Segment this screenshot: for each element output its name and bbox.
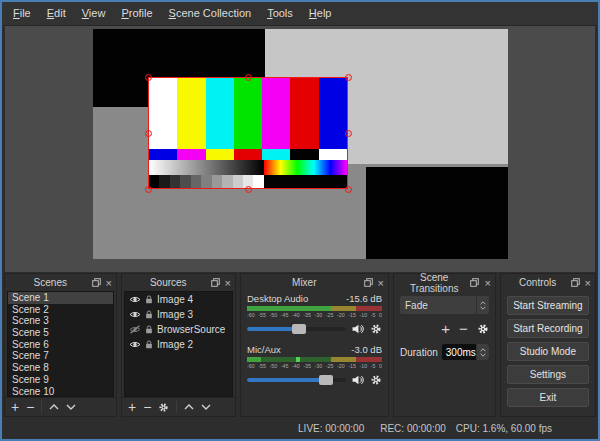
transition-selected-value: Fade	[405, 300, 476, 311]
close-panel-icon[interactable]: ×	[585, 278, 591, 288]
move-source-up-button[interactable]	[184, 404, 194, 410]
selection-handle[interactable]	[145, 130, 152, 137]
selection-handle[interactable]	[345, 130, 352, 137]
scale-tick-label: -40	[292, 312, 300, 317]
scene-transitions-panel: Scene Transitions × Fade + −	[393, 273, 496, 417]
channel-settings-gear-icon[interactable]	[370, 374, 382, 386]
speaker-icon[interactable]	[352, 324, 364, 334]
lock-icon[interactable]	[145, 295, 153, 304]
scene-list-item[interactable]: Scene 2	[8, 304, 113, 316]
menu-item-file[interactable]: File	[5, 2, 39, 25]
source-row[interactable]: Image 4	[125, 292, 232, 307]
sources-panel: Sources × Image 4Image 3BrowserSourceIma…	[121, 273, 236, 417]
dock-area: Scenes × Scene 1Scene 2Scene 3Scene 5Sce…	[2, 272, 598, 418]
visibility-eye-icon[interactable]	[129, 310, 141, 319]
remove-transition-button[interactable]: −	[459, 322, 468, 336]
transition-properties-gear-icon[interactable]	[477, 323, 489, 335]
visibility-eye-icon[interactable]	[129, 340, 141, 349]
close-panel-icon[interactable]: ×	[225, 278, 231, 288]
scene-list-item[interactable]: Scene 7	[8, 350, 113, 362]
controls-panel: Controls × Start StreamingStart Recordin…	[500, 273, 596, 417]
scale-tick-label: -20	[337, 312, 345, 317]
visibility-eye-off-icon[interactable]	[129, 325, 141, 334]
mixer-panel-header[interactable]: Mixer ×	[241, 274, 388, 291]
source-row[interactable]: Image 2	[125, 337, 232, 352]
lock-icon[interactable]	[145, 325, 153, 334]
float-panel-icon[interactable]	[92, 278, 101, 287]
color-bar	[319, 149, 347, 161]
move-scene-up-button[interactable]	[49, 404, 59, 410]
exit-button[interactable]: Exit	[507, 388, 589, 407]
volume-slider-knob[interactable]	[319, 375, 333, 385]
menu-item-edit[interactable]: Edit	[39, 2, 74, 25]
add-scene-button[interactable]: +	[11, 400, 19, 414]
source-row[interactable]: Image 3	[125, 307, 232, 322]
studio-mode-button[interactable]: Studio Mode	[507, 342, 589, 361]
menu-item-view[interactable]: View	[74, 2, 114, 25]
settings-button[interactable]: Settings	[507, 365, 589, 384]
menu-item-profile[interactable]: Profile	[113, 2, 160, 25]
sources-list[interactable]: Image 4Image 3BrowserSourceImage 2	[124, 291, 233, 397]
close-panel-icon[interactable]: ×	[106, 278, 112, 288]
gray-step	[201, 175, 211, 188]
float-panel-icon[interactable]	[211, 278, 220, 287]
scene-list-item[interactable]: Scene 8	[8, 362, 113, 374]
scene-canvas[interactable]	[93, 29, 508, 259]
channel-settings-gear-icon[interactable]	[370, 323, 382, 335]
speaker-icon[interactable]	[352, 375, 364, 385]
gray-step	[191, 175, 201, 188]
remove-scene-button[interactable]: −	[26, 400, 34, 414]
test-pattern-source[interactable]	[148, 77, 348, 189]
float-panel-icon[interactable]	[571, 278, 580, 287]
menu-item-help[interactable]: Help	[301, 2, 340, 25]
start-streaming-button[interactable]: Start Streaming	[507, 296, 589, 315]
transition-select[interactable]: Fade	[400, 296, 489, 314]
selection-handle[interactable]	[345, 186, 352, 193]
float-panel-icon[interactable]	[364, 278, 373, 287]
add-transition-button[interactable]: +	[441, 322, 450, 336]
source-properties-gear-icon[interactable]	[158, 402, 169, 413]
float-panel-icon[interactable]	[470, 278, 479, 287]
selection-handle[interactable]	[145, 186, 152, 193]
black-block-bottom-right	[366, 167, 508, 259]
start-recording-button[interactable]: Start Recording	[507, 319, 589, 338]
preview-area[interactable]	[5, 25, 595, 272]
duration-spinner[interactable]	[476, 344, 489, 360]
controls-panel-header[interactable]: Controls ×	[501, 274, 595, 291]
transitions-panel-header[interactable]: Scene Transitions ×	[394, 274, 495, 291]
scenes-list[interactable]: Scene 1Scene 2Scene 3Scene 5Scene 6Scene…	[7, 291, 114, 397]
move-source-down-button[interactable]	[201, 404, 211, 410]
selection-handle[interactable]	[245, 74, 252, 81]
meter-scale: -60-55-50-45-40-35-30-25-20-15-10-50	[247, 363, 382, 371]
visibility-eye-icon[interactable]	[129, 295, 141, 304]
menu-item-tools[interactable]: Tools	[259, 2, 301, 25]
move-scene-down-button[interactable]	[66, 404, 76, 410]
selection-handle[interactable]	[245, 186, 252, 193]
scene-list-item[interactable]: Scene 5	[8, 327, 113, 339]
lock-icon[interactable]	[145, 310, 153, 319]
volume-slider-knob[interactable]	[292, 324, 306, 334]
volume-slider[interactable]	[247, 378, 346, 382]
source-row[interactable]: BrowserSource	[125, 322, 232, 337]
scene-list-item[interactable]: Scene 1	[8, 292, 113, 304]
menu-item-scene-collection[interactable]: Scene Collection	[161, 2, 260, 25]
scene-list-item[interactable]: Scene 10	[8, 386, 113, 398]
duration-spinbox[interactable]: 300ms	[442, 344, 489, 360]
add-source-button[interactable]: +	[128, 400, 136, 414]
scene-list-item[interactable]: Scene 6	[8, 339, 113, 351]
scene-list-item[interactable]: Scene 3	[8, 315, 113, 327]
gray-step	[159, 175, 169, 188]
gray-step	[212, 175, 222, 188]
combo-spinner[interactable]	[476, 296, 489, 314]
scene-list-item[interactable]: Scene 9	[8, 374, 113, 386]
selection-handle[interactable]	[145, 74, 152, 81]
close-panel-icon[interactable]: ×	[484, 278, 490, 288]
sources-panel-header[interactable]: Sources ×	[122, 274, 235, 291]
close-panel-icon[interactable]: ×	[378, 278, 384, 288]
scale-tick-label: -15	[348, 363, 356, 368]
scenes-panel-header[interactable]: Scenes ×	[5, 274, 116, 291]
remove-source-button[interactable]: −	[143, 400, 151, 414]
selection-handle[interactable]	[345, 74, 352, 81]
lock-icon[interactable]	[145, 340, 153, 349]
volume-slider[interactable]	[247, 327, 346, 331]
